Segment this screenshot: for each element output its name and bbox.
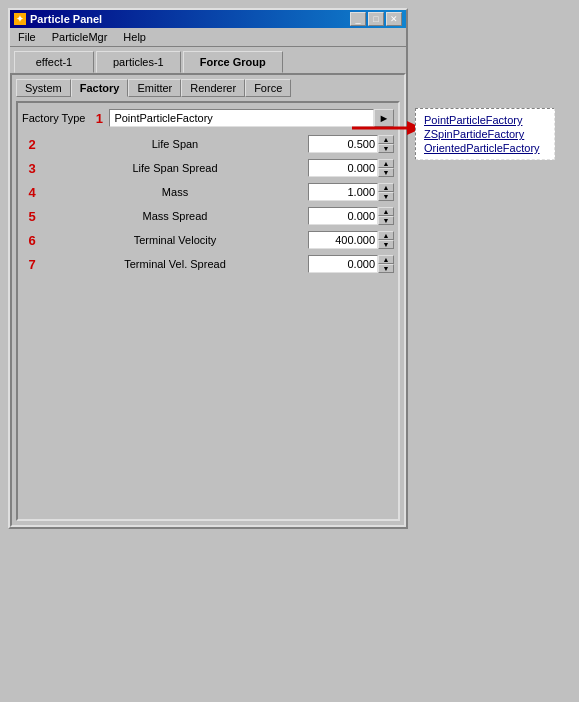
tab-force-group[interactable]: Force Group (183, 51, 283, 73)
factory-type-num: 1 (89, 111, 109, 126)
main-window: ✦ Particle Panel _ □ ✕ File ParticleMgr … (8, 8, 408, 529)
dropdown-arrow-indicator (352, 118, 422, 138)
sub-tab-force[interactable]: Force (245, 79, 291, 97)
row-label-lifespan: Life Span (42, 138, 308, 150)
row-label-massspread: Mass Spread (42, 210, 308, 222)
title-buttons: _ □ ✕ (350, 12, 402, 26)
spin-up-lifespanspread[interactable]: ▲ (378, 159, 394, 168)
menu-help[interactable]: Help (119, 30, 150, 44)
minimize-button[interactable]: _ (350, 12, 366, 26)
table-row: 2 Life Span ▲ ▼ (22, 133, 394, 155)
spin-up-massspread[interactable]: ▲ (378, 207, 394, 216)
row-label-lifespanspread: Life Span Spread (42, 162, 308, 174)
spin-down-mass[interactable]: ▼ (378, 192, 394, 201)
row-label-terminalvelspread: Terminal Vel. Spread (42, 258, 308, 270)
row-input-mass[interactable] (308, 183, 378, 201)
spin-up-terminalvelocity[interactable]: ▲ (378, 231, 394, 240)
table-row: 5 Mass Spread ▲ ▼ (22, 205, 394, 227)
maximize-button[interactable]: □ (368, 12, 384, 26)
tab-particles1[interactable]: particles-1 (96, 51, 181, 73)
row-num-6: 6 (22, 233, 42, 248)
spinner-terminalvelspread: ▲ ▼ (378, 255, 394, 273)
sub-tab-factory[interactable]: Factory (71, 79, 129, 97)
table-row: 7 Terminal Vel. Spread ▲ ▼ (22, 253, 394, 275)
row-num-5: 5 (22, 209, 42, 224)
dropdown-option-oriented[interactable]: OrientedParticleFactory (420, 141, 550, 155)
close-button[interactable]: ✕ (386, 12, 402, 26)
tab-effect1[interactable]: effect-1 (14, 51, 94, 73)
spinner-mass: ▲ ▼ (378, 183, 394, 201)
spin-down-terminalvelocity[interactable]: ▼ (378, 240, 394, 249)
row-num-3: 3 (22, 161, 42, 176)
spin-down-terminalvelspread[interactable]: ▼ (378, 264, 394, 273)
spinner-lifespanspread: ▲ ▼ (378, 159, 394, 177)
row-input-massspread[interactable] (308, 207, 378, 225)
factory-type-input[interactable] (109, 109, 374, 127)
top-tabs: effect-1 particles-1 Force Group (10, 47, 406, 73)
menu-bar: File ParticleMgr Help (10, 28, 406, 47)
factory-type-dropdown: PointParticleFactory ZSpinPartideFactory… (415, 108, 555, 160)
menu-particlemgr[interactable]: ParticleMgr (48, 30, 112, 44)
sub-tab-system[interactable]: System (16, 79, 71, 97)
row-input-terminalvelocity[interactable] (308, 231, 378, 249)
row-num-7: 7 (22, 257, 42, 272)
row-input-lifespanspread[interactable] (308, 159, 378, 177)
factory-type-label: Factory Type (22, 112, 85, 124)
spin-down-lifespan[interactable]: ▼ (378, 144, 394, 153)
table-row: 4 Mass ▲ ▼ (22, 181, 394, 203)
row-label-mass: Mass (42, 186, 308, 198)
spinner-terminalvelocity: ▲ ▼ (378, 231, 394, 249)
dropdown-option-point[interactable]: PointParticleFactory (420, 113, 550, 127)
row-input-terminalvelspread[interactable] (308, 255, 378, 273)
spin-up-terminalvelspread[interactable]: ▲ (378, 255, 394, 264)
sub-tab-emitter[interactable]: Emitter (128, 79, 181, 97)
content-area: System Factory Emitter Renderer Force Fa… (10, 73, 406, 527)
table-row: 6 Terminal Velocity ▲ ▼ (22, 229, 394, 251)
window-icon: ✦ (14, 13, 26, 25)
sub-tab-renderer[interactable]: Renderer (181, 79, 245, 97)
window-title: Particle Panel (30, 13, 102, 25)
factory-panel: Factory Type 1 ► 2 Life Span ▲ ▼ 3 Life (16, 101, 400, 521)
menu-file[interactable]: File (14, 30, 40, 44)
sub-tabs: System Factory Emitter Renderer Force (16, 79, 400, 97)
title-bar: ✦ Particle Panel _ □ ✕ (10, 10, 406, 28)
spin-down-lifespanspread[interactable]: ▼ (378, 168, 394, 177)
row-num-4: 4 (22, 185, 42, 200)
spin-down-massspread[interactable]: ▼ (378, 216, 394, 225)
spinner-massspread: ▲ ▼ (378, 207, 394, 225)
dropdown-option-zspin[interactable]: ZSpinPartideFactory (420, 127, 550, 141)
factory-type-row: Factory Type 1 ► (22, 107, 394, 129)
table-row: 3 Life Span Spread ▲ ▼ (22, 157, 394, 179)
row-num-2: 2 (22, 137, 42, 152)
row-label-terminalvelocity: Terminal Velocity (42, 234, 308, 246)
spin-up-mass[interactable]: ▲ (378, 183, 394, 192)
